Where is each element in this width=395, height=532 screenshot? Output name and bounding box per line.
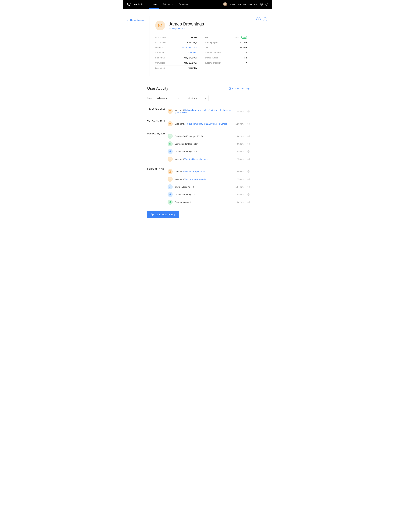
logo-layers-icon [127, 2, 131, 6]
activity-text: Signed up for Basic plan [175, 143, 235, 145]
brand[interactable]: Userlist.io [127, 2, 143, 6]
detail-row: ConvertedMay 18, 2017 [155, 60, 197, 66]
detail-row: Signed UpMay 14, 2017 [155, 55, 197, 60]
detail-row: photos_added32 [205, 55, 247, 60]
detail-label: Plan [205, 36, 209, 38]
avatar[interactable] [223, 2, 227, 6]
activity-text: photo_added (0 → 3) [175, 186, 233, 188]
detail-value: May 14, 2017 [184, 56, 197, 59]
detail-value: $52.00 [240, 46, 247, 49]
activity-time: 3:02pm [237, 143, 244, 145]
pencil-icon [168, 192, 173, 197]
info-icon[interactable] [247, 201, 250, 203]
detail-row: Last SeenYesterday [155, 66, 197, 70]
pager [256, 17, 267, 21]
cart-icon [168, 141, 173, 146]
user-name: James Brownings [169, 22, 204, 27]
nav-tab-automation[interactable]: Automation [160, 0, 176, 9]
custom-date-range-link[interactable]: Custom date range [228, 87, 250, 90]
activity-item: Was sent Welcome to Sparkle.io12:53pm [168, 175, 250, 183]
details-right-col: PlanBasicTrialMonthly Spend$12.00LTV$52.… [205, 35, 247, 70]
prev-user-button[interactable] [256, 17, 261, 21]
svg-point-11 [170, 144, 170, 145]
card-icon [168, 134, 173, 139]
detail-value[interactable]: New York, USA [182, 46, 197, 49]
gear-icon[interactable] [260, 3, 263, 6]
activity-time: 3:02pm [237, 201, 244, 203]
user-profile-card: James Brownings james@sparkle.io First N… [149, 16, 252, 76]
activity-link[interactable]: Welcome to Sparkle.io [184, 178, 206, 181]
detail-label: custom_property [205, 62, 221, 64]
activity-time: 12:45pm [236, 150, 244, 153]
details-left-col: First NameJamesLast NameBrowningsLocatio… [155, 35, 197, 70]
activity-time: 12:59pm [236, 170, 244, 173]
activity-date: Tue Dec 19, 2018 [147, 120, 168, 128]
detail-label: Last Seen [155, 67, 165, 69]
info-icon[interactable] [247, 186, 250, 188]
svg-point-0 [261, 4, 262, 5]
activity-time: 12:53pm [236, 178, 244, 181]
activity-type-select[interactable]: All activity [155, 95, 182, 101]
svg-point-3 [159, 25, 161, 27]
activity-link[interactable]: Welcome to Sparkle.io [183, 170, 205, 173]
activity-link[interactable]: Join our community of 12,000 photographe… [184, 123, 227, 125]
info-icon[interactable] [247, 193, 250, 196]
detail-value: Yesterday [188, 67, 197, 69]
detail-row: Monthly Spend$12.00 [205, 40, 247, 45]
detail-label: Last Name [155, 41, 165, 44]
activity-date: Fri Dec 15, 2018 [147, 168, 168, 206]
info-icon[interactable] [247, 135, 250, 137]
next-user-button[interactable] [263, 17, 267, 21]
activity-sort-select[interactable]: Latest first [185, 95, 208, 101]
user-email[interactable]: james@sparkle.io [169, 27, 204, 30]
svg-point-2 [267, 5, 267, 5]
detail-label: LTV [205, 46, 208, 49]
activity-time: 12:53pm [236, 110, 244, 113]
detail-label: First Name [155, 36, 166, 38]
detail-row: PlanBasicTrial [205, 35, 247, 40]
info-icon[interactable] [247, 158, 250, 160]
info-icon[interactable] [247, 170, 250, 173]
activity-link[interactable]: Your trial is expiring soon [184, 158, 208, 160]
detail-value[interactable]: Sparkle.io [187, 51, 197, 54]
detail-value: Brownings [187, 41, 197, 44]
activity-text: project_created (0 → 1) [175, 193, 233, 196]
detail-value: May 18, 2017 [184, 62, 197, 64]
user-icon [168, 200, 173, 205]
detail-label: Location [155, 46, 163, 49]
svg-rect-4 [229, 88, 231, 89]
detail-value: 2 [246, 51, 247, 54]
info-icon[interactable] [247, 178, 250, 181]
brand-label: Userlist.io [132, 3, 143, 6]
nav-tab-users[interactable]: Users [149, 0, 159, 9]
detail-value: James [191, 36, 197, 38]
return-to-users-link[interactable]: Return to users [127, 19, 144, 21]
mail-icon [168, 109, 173, 114]
activity-time: 12:46pm [236, 186, 244, 188]
activity-text: Opened Welcome to Sparkle.io [175, 170, 233, 173]
detail-label: Signed Up [155, 56, 165, 59]
account-label[interactable]: Maria Whitehouse / Sparkle.io [230, 3, 257, 5]
activity-time: 12:53pm [236, 123, 244, 125]
detail-row: custom_property0 [205, 60, 247, 65]
svg-point-12 [170, 144, 171, 145]
nav-tab-broadcasts[interactable]: Broadcasts [177, 0, 192, 9]
mail-icon [168, 121, 173, 126]
camera-icon [158, 23, 162, 27]
activity-item: Was sent Join our community of 12,000 ph… [168, 120, 250, 128]
info-icon[interactable] [247, 122, 250, 125]
info-icon[interactable] [247, 110, 250, 113]
activity-item: Was sent Did you know you could effectiv… [168, 108, 250, 115]
detail-value: BasicTrial [235, 36, 247, 38]
detail-row: LocationNew York, USA [155, 45, 197, 50]
activity-title: User Activity [147, 86, 168, 91]
activity-time: 3:02pm [237, 135, 244, 137]
plus-circle-icon [151, 213, 154, 216]
info-icon[interactable] [247, 143, 250, 145]
help-icon[interactable] [265, 3, 268, 6]
load-more-button[interactable]: Load More Activity [147, 211, 179, 218]
detail-value: $12.00 [240, 41, 247, 44]
detail-value: 32 [244, 56, 247, 59]
user-avatar [155, 21, 165, 30]
info-icon[interactable] [247, 150, 250, 153]
